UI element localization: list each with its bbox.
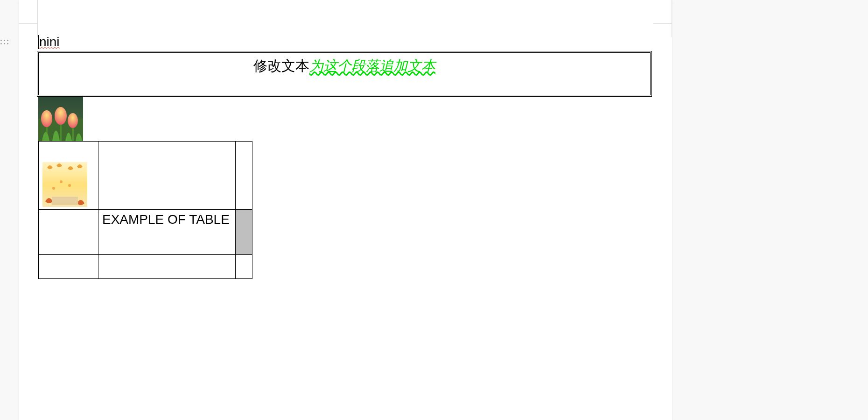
textbox-plain-text[interactable]: 修改文本 bbox=[253, 58, 309, 73]
table-row[interactable] bbox=[39, 255, 252, 279]
reorder-handle-icon[interactable] bbox=[0, 37, 9, 47]
table-cell[interactable] bbox=[39, 255, 98, 279]
table-container[interactable]: EXAMPLE OF TABLE bbox=[38, 141, 652, 279]
document-page[interactable]: nini 修改文本为这个段落追加文本 bbox=[19, 0, 672, 420]
table-cell[interactable] bbox=[98, 142, 236, 210]
page-margin-marker bbox=[19, 23, 37, 24]
table-cell[interactable] bbox=[39, 210, 98, 255]
text-cursor bbox=[38, 35, 39, 49]
table-cell[interactable] bbox=[98, 255, 236, 279]
svg-rect-12 bbox=[52, 197, 78, 205]
table-row[interactable]: EXAMPLE OF TABLE bbox=[39, 210, 252, 255]
page-margin-marker bbox=[653, 23, 672, 24]
svg-point-11 bbox=[52, 187, 55, 190]
document-content[interactable]: nini 修改文本为这个段落追加文本 bbox=[38, 35, 652, 279]
table-cell[interactable]: EXAMPLE OF TABLE bbox=[98, 210, 236, 255]
table-cell[interactable] bbox=[39, 142, 98, 210]
table-row[interactable] bbox=[39, 142, 252, 210]
table-cell-text[interactable]: EXAMPLE OF TABLE bbox=[102, 212, 230, 227]
textbox-appended-text[interactable]: 为这个段落追加文本 bbox=[309, 58, 435, 73]
svg-point-3 bbox=[41, 110, 52, 127]
tulips-image[interactable] bbox=[38, 96, 83, 141]
table-cell-shaded[interactable] bbox=[236, 210, 252, 255]
svg-point-7 bbox=[68, 113, 78, 128]
misspelled-text[interactable]: nini bbox=[39, 35, 60, 49]
paragraph-line-1[interactable]: nini bbox=[38, 35, 652, 50]
text-box-frame[interactable]: 修改文本为这个段落追加文本 bbox=[38, 52, 651, 95]
autumn-leaves-image[interactable] bbox=[42, 162, 87, 207]
image-block-tulips[interactable] bbox=[38, 96, 652, 141]
table-cell[interactable] bbox=[236, 255, 252, 279]
svg-point-5 bbox=[55, 107, 67, 125]
page-margin-marker bbox=[658, 0, 672, 37]
svg-point-10 bbox=[68, 184, 71, 187]
svg-point-9 bbox=[60, 180, 63, 183]
table-cell[interactable] bbox=[236, 142, 252, 210]
page-margin-marker bbox=[37, 0, 52, 37]
document-table[interactable]: EXAMPLE OF TABLE bbox=[38, 141, 252, 279]
